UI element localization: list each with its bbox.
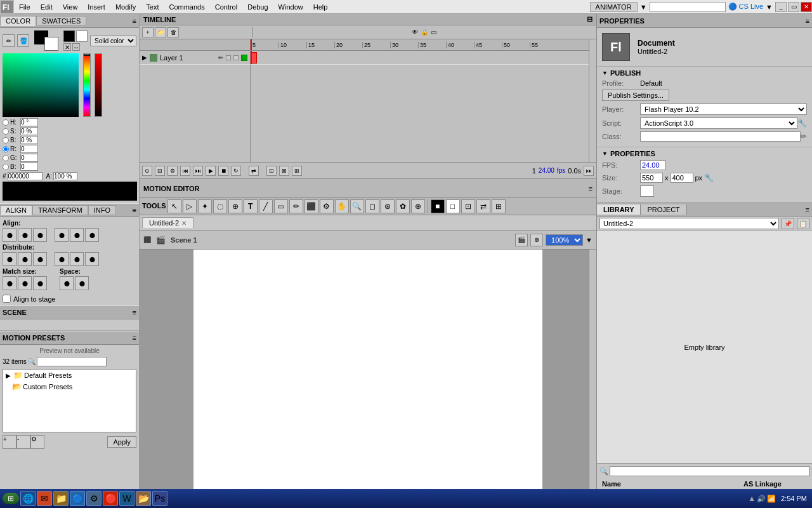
menu-control[interactable]: Control	[210, 2, 242, 12]
scene-panel-menu[interactable]: ≡	[133, 309, 139, 316]
menu-edit[interactable]: Edit	[36, 2, 58, 12]
dist-top-button[interactable]: ⬤	[55, 252, 69, 266]
library-search-input[interactable]	[610, 466, 809, 476]
align-center-v-button[interactable]: ⬤	[70, 228, 84, 242]
swap-colors-btn[interactable]: ⇄	[476, 199, 490, 213]
taskbar-folder-icon[interactable]: 📁	[53, 491, 69, 506]
paint-bucket-icon[interactable]: 🪣	[17, 34, 29, 47]
publish-settings-button[interactable]: Publish Settings...	[602, 90, 669, 101]
align-top-button[interactable]: ⬤	[55, 228, 69, 242]
snap-btn[interactable]: ⊞	[492, 199, 506, 213]
color-gradient-picker[interactable]	[3, 53, 79, 117]
library-doc-select[interactable]: Untitled-2	[599, 218, 779, 229]
timeline-end-button[interactable]: ⏭	[584, 166, 594, 176]
sync-button[interactable]: ⇄	[249, 166, 259, 176]
canvas-scrollbar-v[interactable]	[589, 250, 596, 493]
new-folder-button[interactable]: 📁	[155, 27, 166, 37]
canvas-wrapper[interactable]	[140, 250, 596, 500]
color-type-select[interactable]: Solid color	[90, 36, 136, 46]
spray-tool[interactable]: ⊛	[381, 199, 395, 213]
rgb-r-radio[interactable]	[3, 146, 9, 152]
space-v-button[interactable]: ⬤	[75, 276, 89, 290]
timeline-collapse-icon[interactable]: ⊟	[587, 15, 593, 23]
pencil-tool[interactable]: ✏	[289, 199, 303, 213]
minimize-button[interactable]: _	[775, 2, 787, 12]
step-back-button[interactable]: ⏮	[180, 166, 190, 176]
menu-help[interactable]: Help	[308, 2, 333, 12]
bone-tool[interactable]: ⚙	[320, 199, 334, 213]
frame-options-button[interactable]: ⊟	[155, 166, 165, 176]
zoom-select[interactable]: 100%	[546, 234, 583, 246]
frame-settings-button[interactable]: ⚙	[167, 166, 178, 176]
hex-input[interactable]	[8, 172, 43, 180]
black-white-btn[interactable]: ⊡	[461, 199, 475, 213]
dist-right-button[interactable]: ⬤	[33, 252, 47, 266]
doc-properties-header[interactable]: ▼ PROPERTIES	[602, 150, 807, 157]
library-panel-menu[interactable]: ≡	[806, 206, 812, 213]
selection-tool[interactable]: ↖	[167, 199, 181, 213]
motion-editor-menu[interactable]: ≡	[589, 185, 593, 192]
menu-commands[interactable]: Commands	[164, 2, 209, 12]
menu-file[interactable]: File	[14, 2, 36, 12]
animator-button[interactable]: ANIMATOR	[590, 2, 638, 12]
lock-icon[interactable]: 🔒	[421, 29, 428, 36]
search-input[interactable]	[650, 2, 726, 12]
line-tool[interactable]: ╱	[259, 199, 273, 213]
tab-align[interactable]: ALIGN	[0, 205, 32, 215]
taskbar-explorer-icon[interactable]: 📂	[136, 491, 151, 506]
publish-section-header[interactable]: ▼ PUBLISH	[602, 69, 807, 77]
taskbar-word-icon[interactable]: W	[119, 491, 134, 506]
swap-colors-icon[interactable]: ↔	[72, 43, 80, 51]
delete-layer-button[interactable]: 🗑	[167, 27, 179, 37]
eraser-tool[interactable]: ◻	[365, 199, 379, 213]
hand-tool[interactable]: ✋	[335, 199, 349, 213]
restore-button[interactable]: ▭	[788, 2, 799, 12]
taskbar-psd-icon[interactable]: Ps	[152, 491, 167, 506]
step-forward-button[interactable]: ⏭	[193, 166, 203, 176]
canvas-tool-2[interactable]: ⊕	[530, 234, 543, 246]
loop-button[interactable]: ↻	[231, 166, 241, 176]
width-input[interactable]	[640, 173, 663, 183]
zoom-tool[interactable]: ⊕	[411, 199, 425, 213]
black-swatch[interactable]	[63, 30, 75, 42]
hsb-b-radio[interactable]	[3, 137, 9, 144]
align-to-stage-checkbox[interactable]	[3, 295, 11, 303]
eyedropper-tool[interactable]: 🔍	[350, 199, 364, 213]
cs-live-button[interactable]: 🔵 CS Live	[728, 3, 764, 11]
stage-color-swatch[interactable]	[640, 185, 654, 197]
onion-skin-button[interactable]: ⊡	[266, 166, 277, 176]
align-right-button[interactable]: ⬤	[33, 228, 47, 242]
tab-library[interactable]: LIBRARY	[597, 204, 641, 215]
hue-slider[interactable]	[83, 53, 91, 117]
tab-info[interactable]: INFO	[88, 205, 116, 215]
properties-panel-menu[interactable]: ≡	[806, 17, 809, 25]
sys-tray-icon-3[interactable]: 📶	[767, 495, 776, 503]
presets-search-input[interactable]	[37, 357, 107, 366]
library-btn-2[interactable]: 📋	[797, 218, 809, 229]
text-tool[interactable]: T	[244, 199, 258, 213]
paint-bucket-tool[interactable]: ⬛	[304, 199, 318, 213]
dist-left-button[interactable]: ⬤	[3, 252, 16, 266]
align-center-h-button[interactable]: ⬤	[18, 228, 32, 242]
canvas-tab-untitled2[interactable]: Untitled-2 ✕	[142, 217, 193, 228]
rgb-b-radio[interactable]	[3, 164, 9, 170]
menu-text[interactable]: Text	[141, 2, 164, 12]
lasso-tool[interactable]: ◌	[213, 199, 227, 213]
stop-button[interactable]: ⏹	[218, 166, 228, 176]
menu-view[interactable]: View	[58, 2, 83, 12]
fill-box[interactable]	[44, 37, 58, 51]
player-select[interactable]: Flash Player 10.2	[640, 104, 807, 115]
dist-bottom-button[interactable]: ⬤	[85, 252, 99, 266]
tab-swatches[interactable]: SWATCHES	[36, 16, 86, 26]
tab-transform[interactable]: TRANSFORM	[32, 205, 88, 215]
preset-add-button[interactable]: +	[3, 435, 16, 449]
custom-presets-item[interactable]: 📂 Custom Presets	[3, 381, 136, 392]
tab-close-icon[interactable]: ✕	[181, 220, 187, 227]
sys-tray-icon-2[interactable]: 🔊	[757, 495, 766, 503]
rgb-g-radio[interactable]	[3, 155, 9, 161]
motion-presets-menu[interactable]: ≡	[133, 334, 139, 342]
timeline-track-1[interactable]	[251, 51, 589, 65]
preset-options-button[interactable]: ⚙	[30, 435, 44, 449]
taskbar-mail-icon[interactable]: ✉	[37, 491, 52, 506]
taskbar-flash-icon[interactable]: 🔴	[103, 491, 118, 506]
